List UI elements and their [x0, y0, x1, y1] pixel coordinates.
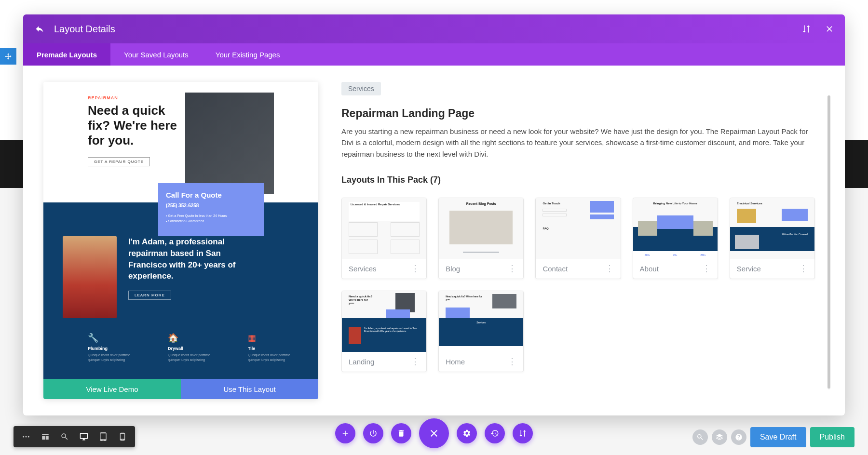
- preview-column: REPAIRMAN Need a quick fix? We're here f…: [43, 82, 318, 399]
- layout-title: Repairman Landing Page: [341, 107, 815, 120]
- thumb-service[interactable]: Electrical Services We've Got You Covere…: [730, 198, 815, 279]
- layout-details-modal: Layout Details Premade Layouts Your Save…: [23, 14, 845, 415]
- save-draft-button[interactable]: Save Draft: [750, 427, 806, 447]
- thumb-label: Home: [446, 358, 465, 366]
- preview-callout: Call For a Quote (255) 352-6258 • Get a …: [158, 183, 264, 236]
- use-this-layout-button[interactable]: Use This Layout: [181, 379, 318, 399]
- zoom-icon[interactable]: [55, 429, 74, 444]
- tablet-icon[interactable]: [94, 429, 113, 444]
- preview-about-text: I'm Adam, a professional repairman based…: [128, 236, 244, 282]
- preview-service: 🏠 Drywall Quisque rhorit dolor porttitor…: [168, 333, 219, 362]
- trash-button[interactable]: [391, 423, 411, 443]
- close-builder-button[interactable]: [419, 418, 449, 448]
- thumb-menu-icon[interactable]: ⋮: [799, 267, 808, 270]
- preview-avatar: [63, 236, 117, 318]
- sort-button[interactable]: [513, 423, 533, 443]
- thumb-label: Contact: [542, 265, 568, 273]
- grid-icon: ▦: [248, 333, 299, 343]
- pack-title: Layouts In This Pack (7): [341, 175, 815, 185]
- modal-title: Layout Details: [54, 24, 800, 35]
- scrollbar[interactable]: [827, 95, 830, 389]
- tab-bar: Premade Layouts Your Saved Layouts Your …: [23, 43, 845, 66]
- view-toolbar: [14, 426, 135, 447]
- layout-preview: REPAIRMAN Need a quick fix? We're here f…: [43, 82, 318, 399]
- thumb-label: About: [640, 265, 659, 273]
- desktop-icon[interactable]: [74, 429, 94, 444]
- preview-service: 🔧 Plumbing Quisque rhorit dolor porttito…: [88, 333, 139, 362]
- menu-icon[interactable]: [16, 429, 36, 444]
- thumb-menu-icon[interactable]: ⋮: [702, 267, 711, 270]
- thumb-about[interactable]: Bringing New Life to Your Home 200+20+25…: [633, 198, 718, 279]
- detail-column: Services Repairman Landing Page Are you …: [341, 82, 825, 399]
- builder-toolbar: [335, 418, 533, 448]
- thumb-label: Blog: [446, 265, 460, 273]
- preview-hero-image: [185, 93, 274, 194]
- tab-premade-layouts[interactable]: Premade Layouts: [23, 43, 110, 66]
- search-icon[interactable]: [692, 429, 708, 445]
- layout-thumbnails: Licensed & Insured Repair Services Servi…: [341, 198, 815, 372]
- wrench-icon: 🔧: [88, 333, 139, 343]
- preview-learn-more: LEARN MORE: [128, 291, 171, 300]
- service-desc: Quisque rhorit dolor porttitor quinque t…: [168, 353, 219, 362]
- service-desc: Quisque rhorit dolor porttitor quinque t…: [88, 353, 139, 362]
- thumb-menu-icon[interactable]: ⋮: [605, 267, 614, 270]
- thumb-label: Landing: [349, 358, 374, 366]
- thumb-menu-icon[interactable]: ⋮: [508, 360, 516, 363]
- svg-point-0: [23, 436, 24, 438]
- category-tag[interactable]: Services: [341, 82, 381, 95]
- modal-body: REPAIRMAN Need a quick fix? We're here f…: [23, 66, 845, 415]
- thumb-contact[interactable]: Get In Touch FAQ Contact ⋮: [535, 198, 621, 279]
- preview-service: ▦ Tile Quisque rhorit dolor porttitor qu…: [248, 333, 299, 362]
- layout-description: Are you starting a new repairman busines…: [341, 126, 814, 160]
- thumb-menu-icon[interactable]: ⋮: [508, 267, 516, 270]
- callout-title: Call For a Quote: [166, 191, 257, 199]
- svg-point-2: [28, 436, 29, 438]
- power-button[interactable]: [363, 423, 383, 443]
- thumb-menu-icon[interactable]: ⋮: [411, 267, 420, 270]
- wireframe-icon[interactable]: [36, 429, 55, 444]
- callout-bullets: • Get a Free Quote in less than 24 Hours…: [166, 213, 257, 224]
- thumb-home[interactable]: Need a quick fix? We're here for you. Se…: [438, 291, 524, 372]
- callout-bullet: • Get a Free Quote in less than 24 Hours: [166, 213, 257, 218]
- add-button[interactable]: [335, 423, 355, 443]
- svg-point-1: [26, 436, 27, 438]
- phone-icon[interactable]: [113, 429, 132, 444]
- sort-icon[interactable]: [800, 23, 812, 35]
- close-icon[interactable]: [824, 23, 835, 35]
- service-title: Plumbing: [88, 346, 139, 351]
- thumb-label: Services: [349, 265, 377, 273]
- thumb-label: Service: [737, 265, 761, 273]
- section-move-handle[interactable]: [0, 48, 16, 65]
- view-live-demo-button[interactable]: View Live Demo: [43, 379, 181, 399]
- back-button[interactable]: [33, 22, 46, 36]
- callout-bullet: • Satisfaction Guaranteed: [166, 218, 257, 224]
- thumb-services[interactable]: Licensed & Insured Repair Services Servi…: [341, 198, 427, 279]
- thumb-blog[interactable]: Recent Blog Posts Blog ⋮: [438, 198, 524, 279]
- service-desc: Quisque rhorit dolor porttitor quinque t…: [248, 353, 299, 362]
- tab-your-saved-layouts[interactable]: Your Saved Layouts: [110, 43, 202, 66]
- layers-icon[interactable]: [712, 429, 727, 445]
- help-icon[interactable]: [731, 429, 746, 445]
- modal-header: Layout Details: [23, 14, 845, 43]
- publish-button[interactable]: Publish: [810, 427, 854, 447]
- publish-toolbar: Save Draft Publish: [692, 427, 854, 447]
- preview-heading: Need a quick fix? We're here for you.: [88, 103, 184, 148]
- thumb-menu-icon[interactable]: ⋮: [411, 360, 420, 363]
- tab-your-existing-pages[interactable]: Your Existing Pages: [202, 43, 294, 66]
- settings-button[interactable]: [457, 423, 477, 443]
- preview-cta: GET A REPAIR QUOTE: [88, 157, 150, 166]
- history-button[interactable]: [485, 423, 505, 443]
- service-title: Tile: [248, 346, 299, 351]
- service-title: Drywall: [168, 346, 219, 351]
- callout-phone: (255) 352-6258: [166, 203, 257, 208]
- home-icon: 🏠: [168, 333, 219, 343]
- thumb-landing[interactable]: Need a quick fix? We're here for you. I'…: [341, 291, 427, 372]
